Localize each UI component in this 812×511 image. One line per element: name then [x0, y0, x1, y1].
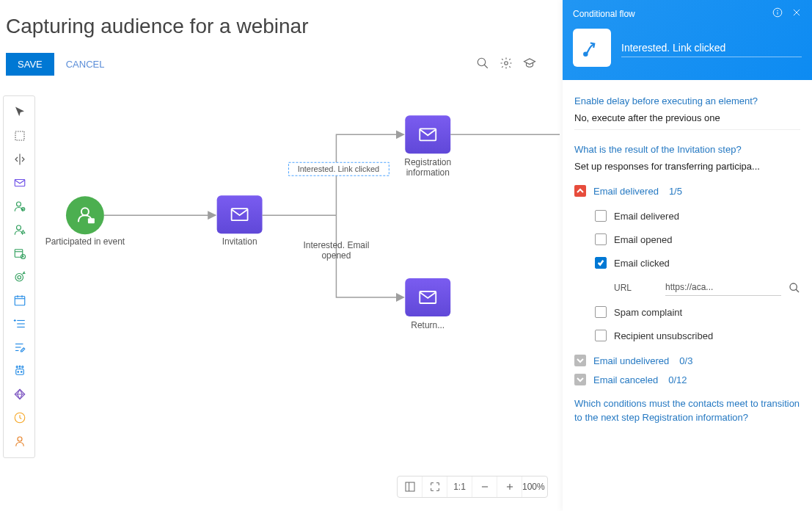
node-reg-label-2: information — [406, 167, 450, 178]
node-invitation-label: Invitation — [222, 236, 257, 247]
tool-contact-alert[interactable] — [4, 218, 36, 242]
svg-point-0 — [478, 58, 486, 66]
url-label: URL — [614, 283, 658, 293]
tool-calendar-time[interactable] — [4, 242, 36, 265]
branch-label-2: opened — [321, 250, 351, 261]
branch-chip-link-clicked[interactable]: Interested. Link clicked — [289, 162, 389, 175]
svg-point-13 — [18, 276, 21, 280]
save-button[interactable]: SAVE — [6, 53, 54, 76]
svg-rect-14 — [15, 297, 25, 305]
svg-point-30 — [22, 366, 23, 368]
svg-rect-5 — [15, 180, 25, 186]
tool-pointer[interactable] — [4, 101, 36, 124]
panel-title-input[interactable] — [621, 39, 802, 57]
answer-result: Set up responses for transferring partic… — [574, 161, 800, 172]
flow-canvas[interactable]: Participated in event Invitation Interes… — [40, 95, 560, 511]
svg-rect-24 — [16, 369, 24, 375]
tool-calendar[interactable] — [4, 289, 36, 312]
svg-point-2 — [505, 62, 508, 65]
svg-rect-44 — [406, 482, 414, 491]
tool-add-list[interactable] — [4, 312, 36, 336]
option-email-delivered[interactable]: Email delivered — [574, 204, 800, 228]
node-event-label: Participated in event — [45, 236, 125, 247]
svg-point-28 — [19, 366, 21, 367]
answer-delay: No, execute after the previous one — [574, 112, 800, 130]
chevron-down-icon — [574, 374, 586, 385]
zoom-percent[interactable]: 100% — [522, 476, 547, 497]
chevron-up-icon — [574, 185, 586, 197]
svg-point-51 — [778, 10, 778, 11]
option-email-opened[interactable]: Email opened — [574, 228, 800, 251]
tool-marquee[interactable] — [4, 124, 36, 148]
zoom-out-button[interactable] — [472, 476, 497, 497]
academy-icon[interactable] — [523, 57, 536, 72]
svg-point-29 — [16, 366, 18, 368]
checkbox[interactable] — [595, 330, 607, 341]
tool-bot[interactable] — [4, 359, 36, 383]
question-result[interactable]: What is the result of the Invitation ste… — [574, 143, 800, 156]
group-email-delivered[interactable]: Email delivered 1/5 — [574, 185, 800, 197]
node-event[interactable] — [66, 196, 104, 234]
cancel-button[interactable]: CANCEL — [66, 59, 105, 70]
gear-icon[interactable] — [500, 57, 513, 72]
tool-add-contact[interactable] — [4, 195, 36, 218]
checkbox[interactable] — [595, 233, 607, 245]
tool-target[interactable] — [4, 265, 36, 289]
branch-label: Interested. Email — [304, 240, 370, 250]
checkbox[interactable] — [595, 306, 607, 318]
tool-person[interactable] — [4, 430, 36, 453]
option-email-clicked[interactable]: Email clicked — [574, 251, 800, 275]
zoom-in-button[interactable] — [497, 476, 522, 497]
svg-point-32 — [18, 437, 22, 441]
svg-text:Interested. Link clicked: Interested. Link clicked — [298, 164, 380, 173]
node-invitation[interactable] — [217, 195, 263, 233]
svg-point-54 — [584, 53, 587, 56]
group-email-undelivered[interactable]: Email undelivered 0/3 — [574, 355, 800, 366]
tool-edit-list[interactable] — [4, 336, 36, 359]
zoom-ratio[interactable]: 1:1 — [447, 476, 472, 497]
zoom-minimap-icon[interactable] — [398, 476, 423, 497]
toolbox — [3, 95, 35, 458]
svg-point-12 — [15, 274, 23, 282]
conditional-flow-icon — [573, 29, 611, 67]
tool-clock[interactable] — [4, 406, 36, 430]
svg-point-26 — [21, 372, 23, 373]
question-conditions[interactable]: Which conditions must the contacts meet … — [574, 397, 800, 424]
search-icon[interactable] — [476, 57, 489, 72]
url-input[interactable] — [665, 279, 781, 296]
option-spam-complaint[interactable]: Spam complaint — [574, 300, 800, 324]
svg-rect-35 — [88, 218, 95, 223]
node-registration[interactable] — [405, 115, 450, 153]
question-delay[interactable]: Enable delay before executing an element… — [574, 95, 800, 108]
info-icon[interactable] — [772, 7, 783, 20]
node-reg-label-1: Registration — [404, 157, 451, 167]
svg-line-1 — [484, 65, 488, 68]
chevron-down-icon — [574, 355, 586, 366]
node-return-label: Return... — [411, 320, 445, 330]
svg-point-55 — [790, 283, 797, 290]
tool-split[interactable] — [4, 148, 36, 171]
group-email-canceled[interactable]: Email canceled 0/12 — [574, 374, 800, 385]
checkbox[interactable] — [595, 210, 607, 222]
close-icon[interactable] — [791, 7, 802, 20]
svg-rect-3 — [15, 131, 24, 140]
panel-type-label: Conditional flow — [573, 9, 635, 19]
svg-point-6 — [17, 202, 21, 206]
tool-diamond[interactable] — [4, 383, 36, 406]
checkbox[interactable] — [595, 257, 607, 269]
search-icon[interactable] — [789, 282, 800, 294]
svg-point-25 — [18, 372, 19, 373]
zoom-toolbar: 1:1 100% — [397, 476, 548, 498]
svg-line-56 — [796, 289, 799, 292]
node-return[interactable] — [405, 278, 450, 316]
side-panel: Conditional flow Enable delay before exe… — [563, 0, 812, 511]
svg-point-8 — [17, 225, 21, 230]
option-recipient-unsubscribed[interactable]: Recipient unsubscribed — [574, 324, 800, 347]
tool-email[interactable] — [4, 171, 36, 195]
zoom-fit-icon[interactable] — [423, 476, 447, 497]
